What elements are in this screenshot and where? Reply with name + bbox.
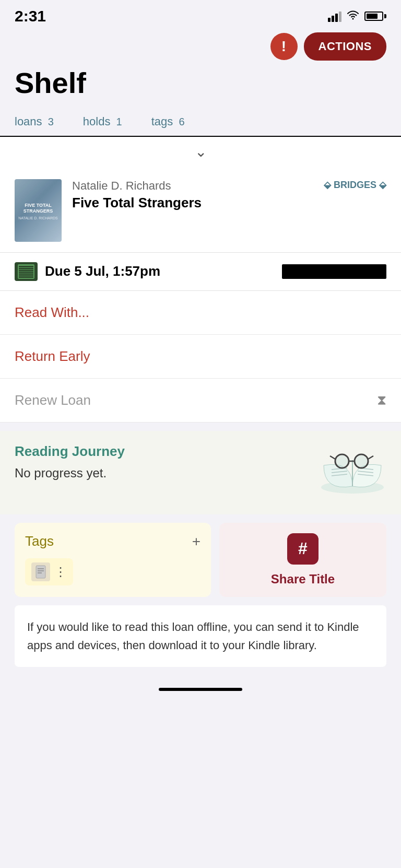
actions-button[interactable]: ACTIONS bbox=[304, 32, 387, 61]
alert-button[interactable]: ! bbox=[270, 33, 298, 60]
share-box[interactable]: # Share Title bbox=[219, 523, 386, 597]
read-with-label: Read With... bbox=[15, 304, 89, 321]
book-cover-sub: NATALIE D. RICHARDS bbox=[16, 216, 60, 220]
tab-holds[interactable]: holds 1 bbox=[68, 108, 137, 136]
book-cover-text: FIVE TOTALSTRANGERS bbox=[21, 201, 55, 216]
bridges-icon-right: ⬙ bbox=[379, 180, 386, 190]
tags-header: Tags + bbox=[25, 533, 200, 550]
hourglass-icon: ⧗ bbox=[377, 392, 386, 408]
bridges-icon-left: ⬙ bbox=[324, 180, 334, 190]
svg-point-14 bbox=[356, 455, 367, 467]
svg-rect-15 bbox=[36, 566, 45, 578]
page-title: Shelf bbox=[15, 67, 386, 99]
svg-point-13 bbox=[336, 455, 348, 467]
tabs-container: loans 3 holds 1 tags 6 bbox=[0, 108, 401, 137]
due-text: Due 5 Jul, 1:57pm bbox=[45, 263, 160, 279]
renew-loan-item[interactable]: Renew Loan ⧗ bbox=[0, 379, 401, 423]
home-bar bbox=[159, 688, 242, 691]
reading-journey-icon bbox=[319, 450, 386, 504]
book-info: Natalie D. Richards Five Total Strangers bbox=[72, 179, 324, 211]
return-early-label: Return Early bbox=[15, 348, 90, 365]
wifi-icon bbox=[347, 10, 359, 22]
book-card: FIVE TOTALSTRANGERS NATALIE D. RICHARDS … bbox=[0, 169, 401, 252]
book-card-inner: Natalie D. Richards Five Total Strangers… bbox=[72, 179, 386, 211]
tag-item[interactable]: ⋮ bbox=[25, 558, 73, 585]
due-date-left: Due 5 Jul, 1:57pm bbox=[15, 262, 160, 281]
kindle-info-text: If you would like to read this loan offl… bbox=[27, 618, 374, 654]
status-icons bbox=[328, 10, 386, 22]
tags-label: Tags bbox=[25, 533, 54, 549]
renew-loan-label: Renew Loan bbox=[15, 392, 91, 408]
status-bar: 2:31 bbox=[0, 0, 401, 28]
kindle-icon bbox=[15, 262, 38, 281]
tags-box: Tags + ⋮ bbox=[15, 523, 211, 597]
action-list: Read With... Return Early Renew Loan ⧗ bbox=[0, 291, 401, 423]
header-actions: ! ACTIONS bbox=[15, 32, 386, 61]
book-title: Five Total Strangers bbox=[72, 195, 324, 211]
signal-icon bbox=[328, 10, 341, 22]
chevron-row[interactable]: ⌄ bbox=[0, 137, 401, 169]
book-cover: FIVE TOTALSTRANGERS NATALIE D. RICHARDS bbox=[15, 179, 62, 242]
return-early-item[interactable]: Return Early bbox=[0, 335, 401, 379]
battery-icon bbox=[364, 11, 386, 21]
tab-loans[interactable]: loans 3 bbox=[0, 108, 68, 136]
redacted-bar bbox=[282, 264, 386, 279]
book-publisher: ⬙ BRIDGES ⬙ bbox=[324, 179, 386, 191]
book-author: Natalie D. Richards bbox=[72, 179, 324, 193]
reading-journey: Reading Journey No progress yet. bbox=[0, 431, 401, 514]
read-with-item[interactable]: Read With... bbox=[0, 291, 401, 335]
svg-line-12 bbox=[368, 456, 373, 459]
bottom-section: Tags + ⋮ # Share Title bbox=[15, 523, 386, 597]
main-content: ⌄ FIVE TOTALSTRANGERS NATALIE D. RICHARD… bbox=[0, 137, 401, 667]
tab-tags[interactable]: tags 6 bbox=[137, 108, 199, 136]
share-hash-icon: # bbox=[287, 533, 319, 565]
home-indicator bbox=[0, 677, 401, 699]
tag-options-button[interactable]: ⋮ bbox=[54, 565, 67, 579]
tags-add-button[interactable]: + bbox=[192, 533, 200, 550]
chevron-down-icon: ⌄ bbox=[195, 143, 207, 160]
receipt-icon bbox=[31, 562, 50, 581]
status-time: 2:31 bbox=[15, 7, 46, 25]
share-title-label: Share Title bbox=[271, 572, 335, 587]
alert-icon: ! bbox=[281, 39, 286, 54]
svg-line-11 bbox=[330, 456, 335, 459]
header-area: ! ACTIONS Shelf bbox=[0, 28, 401, 99]
due-date-row: Due 5 Jul, 1:57pm bbox=[0, 252, 401, 291]
kindle-info: If you would like to read this loan offl… bbox=[15, 605, 386, 667]
